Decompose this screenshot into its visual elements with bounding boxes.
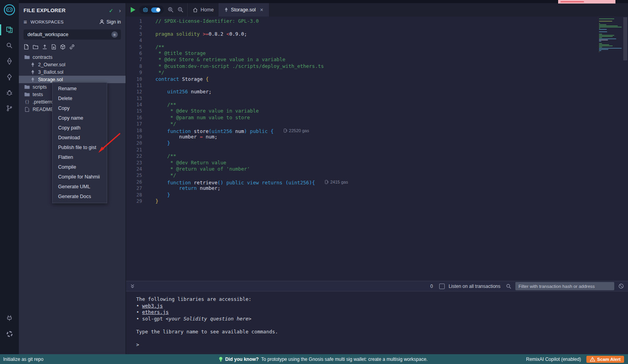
context-menu-item-copy[interactable]: Copy bbox=[53, 104, 107, 113]
ipfs-cube-icon[interactable] bbox=[60, 44, 66, 50]
sign-in-button[interactable]: Sign in bbox=[99, 19, 121, 25]
code-line: */ bbox=[155, 69, 628, 76]
listen-all-transactions-checkbox[interactable] bbox=[439, 284, 445, 289]
line-number: 5 bbox=[126, 44, 148, 50]
scrollbar-thumb[interactable] bbox=[623, 17, 627, 60]
scam-alert-button[interactable]: Scam Alert bbox=[586, 356, 624, 363]
transaction-count: 0 bbox=[430, 284, 433, 289]
sidebar-item-solidity-compiler[interactable] bbox=[0, 53, 19, 69]
code-line: */ bbox=[155, 121, 628, 127]
editor-scrollbar[interactable] bbox=[623, 16, 628, 281]
line-number: 18 bbox=[126, 127, 148, 134]
code-line: } bbox=[155, 192, 628, 198]
code-line bbox=[155, 37, 628, 44]
sidebar-item-settings[interactable] bbox=[0, 326, 19, 342]
git-init-button[interactable]: Initialize as git repo bbox=[2, 357, 120, 362]
context-menu-item-rename[interactable]: Rename bbox=[53, 84, 107, 94]
line-number: 25 bbox=[126, 172, 148, 178]
solidity-file-icon bbox=[225, 7, 228, 12]
lightbulb-icon bbox=[219, 357, 223, 362]
library-link[interactable]: ethers.js bbox=[142, 309, 169, 315]
tree-item-label: README. bbox=[33, 107, 55, 112]
workspace-select[interactable]: default_workspace ≡ bbox=[24, 29, 121, 40]
terminal-line: The following libraries are accessible: bbox=[136, 296, 628, 303]
context-menu-item-flatten[interactable]: Flatten bbox=[53, 153, 107, 162]
zoom-out-icon[interactable] bbox=[177, 7, 184, 13]
remixai-copilot-pill bbox=[139, 5, 164, 14]
workspace-options-icon[interactable]: ≡ bbox=[111, 31, 118, 38]
sidebar-item-debugger[interactable] bbox=[0, 85, 19, 100]
context-menu-item-compile[interactable]: Compile bbox=[53, 162, 107, 172]
chevron-right-icon[interactable]: › bbox=[119, 7, 121, 14]
copilot-toggle[interactable] bbox=[151, 7, 161, 13]
status-bar: Initialize as git repo Did you know? To … bbox=[0, 354, 628, 364]
file-context-menu: RenameDeleteCopyCopy nameCopy pathDownlo… bbox=[52, 82, 107, 203]
terminal-line: Type the library name to see available c… bbox=[136, 329, 628, 335]
context-menu-item-download[interactable]: Download bbox=[53, 133, 107, 143]
workspaces-row: ≡ WORKSPACES Sign in bbox=[19, 17, 126, 27]
zoom-in-icon[interactable] bbox=[168, 7, 174, 13]
workspaces-menu-icon[interactable]: ≡ bbox=[24, 19, 27, 25]
context-menu-item-publish-file-to-gist[interactable]: Publish file to gist bbox=[53, 143, 107, 153]
braces-icon: {} bbox=[24, 100, 30, 104]
context-menu-item-delete[interactable]: Delete bbox=[53, 94, 107, 104]
sidebar-item-plugin-manager[interactable] bbox=[0, 310, 19, 326]
code-line: contract Storage { bbox=[155, 76, 628, 82]
new-file-icon[interactable] bbox=[24, 44, 29, 50]
code-line bbox=[155, 147, 628, 153]
sidebar-item-file-explorer[interactable] bbox=[0, 22, 19, 38]
close-tab-icon[interactable]: × bbox=[260, 7, 263, 13]
terminal-search-icon[interactable] bbox=[506, 284, 511, 289]
new-folder-icon[interactable] bbox=[33, 44, 38, 50]
line-number: 13 bbox=[126, 95, 148, 102]
context-menu-item-generate-docs[interactable]: Generate Docs bbox=[53, 192, 107, 202]
tab-storage-sol[interactable]: Storage.sol × bbox=[219, 3, 268, 16]
remix-logo[interactable] bbox=[3, 3, 16, 16]
check-icon[interactable]: ✓ bbox=[109, 7, 113, 14]
toggle-knob bbox=[156, 8, 160, 12]
line-number: 23 bbox=[126, 160, 148, 166]
import-file-icon[interactable] bbox=[51, 44, 57, 50]
context-menu-item-copy-path[interactable]: Copy path bbox=[53, 123, 107, 133]
tab-home[interactable]: Home bbox=[187, 3, 219, 16]
tree-item-2-owner-sol[interactable]: 2_Owner.sol bbox=[19, 61, 126, 68]
line-number: 17 bbox=[126, 121, 148, 127]
scam-alert-label: Scam Alert bbox=[597, 357, 621, 362]
tree-item-label: 3_Ballot.sol bbox=[38, 69, 64, 75]
workspace-selected-value: default_workspace bbox=[27, 32, 111, 37]
upload-files-icon[interactable] bbox=[42, 44, 47, 50]
link-icon[interactable] bbox=[69, 44, 75, 50]
terminal-line bbox=[136, 335, 628, 342]
context-menu-item-generate-uml[interactable]: Generate UML bbox=[53, 182, 107, 192]
sidebar-item-search[interactable] bbox=[0, 38, 19, 53]
terminal-output[interactable]: The following libraries are accessible:•… bbox=[126, 291, 628, 354]
transaction-filter-input[interactable] bbox=[515, 282, 614, 290]
line-number: 10 bbox=[126, 76, 148, 82]
code-line: * @custom:dev-run-script ./scripts/deplo… bbox=[155, 63, 628, 69]
recording-indicator-line bbox=[560, 1, 584, 2]
line-number: 27 bbox=[126, 185, 148, 191]
code-editor[interactable]: 1234567891011121314151617181920212223242… bbox=[126, 16, 628, 281]
sidebar-item-deploy-and-run[interactable] bbox=[0, 69, 19, 85]
run-script-button[interactable] bbox=[131, 7, 135, 13]
copilot-status[interactable]: RemixAI Copilot (enabled) bbox=[526, 357, 581, 362]
workspaces-label: WORKSPACES bbox=[31, 20, 100, 24]
clear-console-icon[interactable] bbox=[618, 283, 624, 289]
editor-minimap[interactable] bbox=[597, 16, 623, 53]
tree-item-3-ballot-sol[interactable]: 3_Ballot.sol bbox=[19, 68, 126, 76]
sol-icon bbox=[30, 62, 35, 67]
terminal-line: • sol-gpt <your Solidity question here> bbox=[136, 316, 628, 322]
context-menu-item-copy-name[interactable]: Copy name bbox=[53, 113, 107, 123]
library-link[interactable]: web3.js bbox=[142, 303, 163, 309]
git-branch-icon bbox=[6, 105, 13, 112]
line-number: 29 bbox=[126, 198, 148, 204]
tree-item-contracts[interactable]: contracts bbox=[19, 53, 126, 61]
expand-terminal-icon[interactable] bbox=[130, 284, 135, 289]
tree-item-label: contracts bbox=[33, 55, 53, 60]
sol-icon bbox=[30, 77, 35, 82]
context-menu-item-compile-for-nahmii[interactable]: Compile for Nahmii bbox=[53, 172, 107, 182]
panel-title: FILE EXPLORER bbox=[24, 7, 109, 13]
line-number: 3 bbox=[126, 31, 148, 37]
code-line: return number; bbox=[155, 185, 628, 191]
sidebar-item-git[interactable] bbox=[0, 100, 19, 116]
